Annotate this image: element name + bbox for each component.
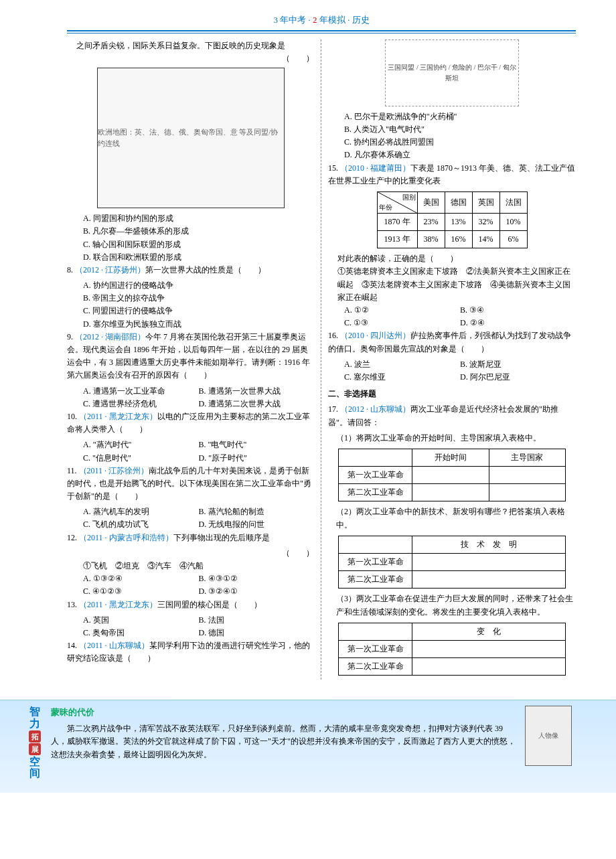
q12-items: ①飞机 ②坦克 ③汽车 ④汽船 (83, 561, 204, 570)
t3-blank[interactable] (412, 640, 566, 657)
q17-p3: （3）两次工业革命在促进生产力巨大发展的同时，还带来了社会生产和生活领域深刻的变… (328, 593, 576, 618)
q7-D: D. 联合国和欧洲联盟的形成 (83, 251, 314, 264)
t1-blank[interactable] (412, 467, 489, 484)
q17-table1: 开始时间主导国家 第一次工业革命 第二次工业革命 (338, 449, 566, 502)
footer-title: 蒙昧的代价 (51, 706, 517, 720)
q16-src: （2010 · 四川达州） (340, 331, 410, 340)
q12-stem: 下列事物出现的先后顺序是 (173, 533, 270, 542)
left-column: 之间矛盾尖锐，国际关系日益复杂。下图反映的历史现象是 （ ） 欧洲地图：英、法、… (67, 40, 321, 680)
q7-B: B. 凡尔赛—华盛顿体系的形成 (83, 225, 314, 238)
q13-D: D. 德国 (199, 627, 315, 639)
q13-src: （2011 · 黑龙江龙东） (79, 600, 157, 609)
t1-h1: 开始时间 (412, 449, 489, 466)
q15-src: （2010 · 福建莆田） (340, 163, 410, 173)
q12-B: B. ④③①② (199, 572, 315, 585)
header-r: 年模拟 · 历史 (317, 15, 370, 25)
t2-blank[interactable] (412, 554, 566, 571)
q13-C: C. 奥匈帝国 (83, 627, 199, 639)
q14-B: B. 人类迈入"电气时代" (344, 123, 576, 136)
q9-B: B. 遭遇第一次世界大战 (199, 385, 315, 398)
q15: 15. （2010 · 福建莆田）下表是 1870～1913 年美、德、英、法工… (328, 162, 576, 330)
q9: 9. （2012 · 湖南邵阳）今年 7 月将在英国伦敦召开第三十届夏季奥运会。… (67, 331, 314, 410)
q14-num: 14. (67, 641, 79, 650)
q14-stem-block: 14. （2011 · 山东聊城）某同学利用下边的漫画进行研究性学习，他的研究结… (67, 639, 314, 665)
q17-p1: （1）将两次工业革命的开始时间、主导国家填入表格中。 (328, 432, 576, 445)
q15-A: A. ①② (344, 304, 460, 317)
q15-r0-v2: 32% (472, 213, 499, 230)
q17-table3: 变 化 第一次工业革命 第二次工业革命 (338, 623, 566, 676)
t1-blank[interactable] (489, 467, 566, 484)
q12-num: 12. (67, 533, 79, 542)
q8: 8. （2012 · 江苏扬州）第一次世界大战的性质是（ ） A. 协约国进行的… (67, 264, 314, 331)
q12-A: A. ①③②④ (83, 572, 199, 585)
footer-body: 第二次鸦片战争中，清军苦战不敌英法联军，只好坐到谈判桌前。然而，大清的咸丰皇帝竟… (51, 722, 517, 761)
q8-B: B. 帝国主义的掠夺战争 (83, 292, 314, 305)
q17-table2: 技 术 发 明 第一次工业革命 第二次工业革命 (338, 536, 566, 589)
t1-blank[interactable] (489, 484, 566, 501)
q17: 17. （2012 · 山东聊城）两次工业革命是近代经济社会发展的"助推器"。请… (328, 403, 576, 676)
q15-col2: 英国 (472, 191, 499, 213)
q10-D: D. "原子时代" (199, 452, 315, 465)
page-header: 3 年中考 · 2 年模拟 · 历史 (67, 13, 576, 31)
q17-src: （2012 · 山东聊城） (340, 404, 410, 414)
q15-col3: 法国 (499, 191, 527, 213)
t2-blank[interactable] (412, 571, 566, 589)
t3-blank[interactable] (412, 658, 566, 676)
t3-r2: 第二次工业革命 (339, 658, 412, 676)
q15-C: C. ①③ (344, 317, 460, 329)
q11-src: （2011 · 江苏徐州） (79, 466, 149, 475)
q16: 16. （2010 · 四川达州）萨拉热窝事件后，列强都认为找到了发动战争的借口… (328, 329, 576, 384)
q7-A: A. 同盟国和协约国的形成 (83, 212, 314, 225)
right-column: 三国同盟 / 三国协约 / 危险的 / 巴尔干 / 匈尔斯坦 A. 巴尔干是欧洲… (321, 40, 576, 680)
q7: 之间矛盾尖锐，国际关系日益复杂。下图反映的历史现象是 （ ） 欧洲地图：英、法、… (67, 40, 314, 264)
q12-C: C. ④①②③ (83, 585, 199, 598)
q10-num: 10. (67, 412, 79, 421)
q8-num: 8. (67, 265, 75, 275)
q15-items: ①英德老牌资本主义国家走下坡路 ②法美新兴资本主义国家正在崛起 ③英法老牌资本主… (328, 265, 576, 304)
q17-p2: （2）两次工业革命中的新技术、新发明有哪些？把答案填入表格中。 (328, 505, 576, 531)
q11: 11. （2011 · 江苏徐州）南北战争后的几十年对美国来说，是勇于创新的时代… (67, 465, 314, 532)
header-l: 3 年中考 · (274, 15, 313, 25)
q13-B: B. 法国 (199, 614, 315, 627)
footer: 智 力 拓 展 空 间 蒙昧的代价 第二次鸦片战争中，清军苦战不敌英法联军，只好… (0, 700, 616, 792)
q17-num: 17. (328, 404, 340, 414)
q9-D: D. 遭遇第二次世界大战 (199, 398, 315, 410)
t3-r1: 第一次工业革命 (339, 640, 412, 657)
q13-stem: 三国同盟的核心国是（ ） (157, 600, 262, 609)
q15-after: 对此表的解读，正确的是（ ） (328, 252, 576, 265)
q15-table: 国别 年份 美国 德国 英国 法国 1870 年 23% 13% 32% 10% (377, 191, 528, 248)
q11-B: B. 蒸汽轮船的制造 (199, 505, 315, 518)
q16-D: D. 阿尔巴尼亚 (460, 371, 576, 384)
q8-src: （2012 · 江苏扬州） (75, 265, 145, 275)
q11-D: D. 无线电报的问世 (199, 518, 315, 531)
q8-stem: 第一次世界大战的性质是（ ） (145, 265, 266, 275)
q14-D: D. 凡尔赛体系确立 (344, 149, 576, 161)
q10-A: A. "蒸汽时代" (83, 439, 199, 451)
q9-C: C. 遭遇世界经济危机 (83, 398, 199, 410)
footer-content: 蒙昧的代价 第二次鸦片战争中，清军苦战不敌英法联军，只好坐到谈判桌前。然而，大清… (43, 706, 525, 779)
sidebar-label: 智 力 拓 展 空 间 (27, 706, 43, 779)
t1-blank[interactable] (412, 484, 489, 501)
q13-num: 13. (67, 600, 79, 609)
t1-h2: 主导国家 (489, 449, 566, 466)
q7-C: C. 轴心国和国际联盟的形成 (83, 238, 314, 251)
q7-paren: （ ） (67, 52, 314, 65)
q8-C: C. 同盟国进行的侵略战争 (83, 305, 314, 317)
t2-r2: 第二次工业革命 (339, 571, 412, 589)
q15-r1-v2: 14% (472, 231, 499, 248)
q15-r1-v0: 38% (417, 231, 445, 248)
q7-cont: 之间矛盾尖锐，国际关系日益复杂。下图反映的历史现象是 (76, 41, 285, 50)
expand-icon: 拓 (29, 730, 41, 743)
q11-C: C. 飞机的成功试飞 (83, 518, 199, 531)
q15-r1-v1: 16% (445, 231, 472, 248)
t3-h: 变 化 (412, 623, 566, 640)
q12-paren: （ ） (67, 547, 314, 560)
q15-r1-year: 1913 年 (377, 231, 417, 248)
q16-A: A. 波兰 (344, 358, 460, 371)
expand-icon: 展 (29, 743, 41, 755)
t2-r1: 第一次工业革命 (339, 554, 412, 571)
section-2-title: 二、非选择题 (328, 388, 576, 400)
q8-A: A. 协约国进行的侵略战争 (83, 279, 314, 292)
q11-num: 11. (67, 466, 79, 475)
q15-r0-v0: 23% (417, 213, 445, 230)
